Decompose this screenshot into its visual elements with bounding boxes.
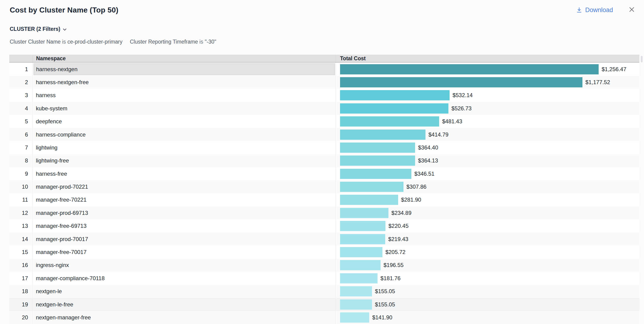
cost-cell[interactable]: $141.90 xyxy=(336,311,639,324)
cost-bar xyxy=(340,286,372,296)
table-row[interactable]: 7lightwing$364.40 xyxy=(9,141,639,154)
cost-cell[interactable]: $234.89 xyxy=(336,207,639,220)
table-row[interactable]: 20nextgen-manager-free$141.90 xyxy=(9,311,639,324)
cost-value: $532.14 xyxy=(452,92,473,98)
namespace-cell[interactable]: manager-free-70221 xyxy=(33,193,336,206)
cost-cell[interactable]: $364.13 xyxy=(336,154,639,167)
cost-cell[interactable]: $1,256.47 xyxy=(336,63,639,76)
cost-cell[interactable]: $414.79 xyxy=(336,128,639,141)
cost-value: $364.13 xyxy=(418,157,438,164)
namespace-cell[interactable]: manager-prod-70017 xyxy=(33,232,336,245)
table-row[interactable]: 6harness-compliance$414.79 xyxy=(9,128,639,141)
cost-value: $219.43 xyxy=(388,236,408,242)
cost-cell[interactable]: $219.43 xyxy=(336,232,639,245)
table-row[interactable]: 2harness-nextgen-free$1,177.52 xyxy=(9,76,639,89)
vertical-scrollbar[interactable] xyxy=(639,55,644,324)
cost-cell[interactable]: $181.76 xyxy=(336,272,639,285)
table-row[interactable]: 5deepfence$481.43 xyxy=(9,115,639,128)
cost-cell[interactable]: $364.40 xyxy=(336,141,639,154)
namespace-cell[interactable]: kube-system xyxy=(33,102,336,115)
namespace-cell[interactable]: harness-compliance xyxy=(33,128,336,141)
cost-cell[interactable]: $346.51 xyxy=(336,167,639,180)
cost-cell[interactable]: $155.05 xyxy=(336,298,639,311)
scrollbar-thumb[interactable] xyxy=(641,56,642,62)
namespace-cell[interactable]: ingress-nginx xyxy=(33,259,336,272)
cost-bar xyxy=(340,142,415,153)
namespace-text: manager-free-69713 xyxy=(33,223,86,229)
cost-cell[interactable]: $196.55 xyxy=(336,259,639,272)
row-number: 3 xyxy=(9,89,33,102)
cost-cell[interactable]: $205.72 xyxy=(336,246,639,259)
cost-bar xyxy=(340,116,439,126)
table-row[interactable]: 12manager-prod-69713$234.89 xyxy=(9,207,639,220)
namespace-cell[interactable]: harness xyxy=(33,89,336,102)
namespace-cell[interactable]: harness-free xyxy=(33,167,336,180)
close-button[interactable] xyxy=(628,6,636,14)
cost-value: $155.05 xyxy=(375,301,395,308)
table-row[interactable]: 17manager-compliance-70118$181.76 xyxy=(9,272,639,285)
cost-bar xyxy=(340,221,386,231)
cost-bar xyxy=(340,195,398,205)
table-row[interactable]: 8lightwing-free$364.13 xyxy=(9,154,639,167)
filter-item[interactable]: Cluster Reporting Timeframe is "-30" xyxy=(130,39,216,45)
cost-bar xyxy=(340,299,372,310)
row-number: 13 xyxy=(9,220,33,232)
namespace-cell[interactable]: harness-nextgen xyxy=(33,63,336,76)
table-row[interactable]: 14manager-prod-70017$219.43 xyxy=(9,232,639,245)
table-row[interactable]: 10manager-prod-70221$307.86 xyxy=(9,180,639,193)
row-number: 19 xyxy=(9,298,33,311)
download-label: Download xyxy=(585,7,613,14)
namespace-cell[interactable]: manager-prod-69713 xyxy=(33,207,336,220)
cost-cell[interactable]: $281.90 xyxy=(336,193,639,206)
table-row[interactable]: 18nextgen-le$155.05 xyxy=(9,285,639,298)
cost-cell[interactable]: $532.14 xyxy=(336,89,639,102)
cost-bar xyxy=(340,273,378,283)
namespace-cell[interactable]: harness-nextgen-free xyxy=(33,76,336,89)
namespace-cell[interactable]: lightwing xyxy=(33,141,336,154)
row-number: 12 xyxy=(9,207,33,220)
row-number: 16 xyxy=(9,259,33,272)
table-row[interactable]: 19nextgen-le-free$155.05 xyxy=(9,298,639,311)
cost-cell[interactable]: $481.43 xyxy=(336,115,639,128)
table-row[interactable]: 16ingress-nginx$196.55 xyxy=(9,259,639,272)
cost-bar xyxy=(340,234,385,244)
row-number: 5 xyxy=(9,115,33,128)
table-row[interactable]: 15manager-free-70017$205.72 xyxy=(9,246,639,259)
namespace-cell[interactable]: manager-prod-70221 xyxy=(33,180,336,193)
table-row[interactable]: 4kube-system$526.73 xyxy=(9,102,639,115)
namespace-cell[interactable]: manager-free-70017 xyxy=(33,246,336,259)
cost-cell[interactable]: $220.45 xyxy=(336,220,639,232)
cost-value: $281.90 xyxy=(401,197,421,203)
column-header-namespace[interactable]: Namespace xyxy=(33,55,336,62)
cost-bar xyxy=(340,182,404,192)
column-header-total-cost[interactable]: Total Cost xyxy=(336,55,639,62)
table-row[interactable]: 11manager-free-70221$281.90 xyxy=(9,193,639,206)
namespace-cell[interactable]: nextgen-le xyxy=(33,285,336,298)
cost-cell[interactable]: $155.05 xyxy=(336,285,639,298)
table-row[interactable]: 3harness$532.14 xyxy=(9,89,639,102)
row-number: 18 xyxy=(9,285,33,298)
namespace-text: ingress-nginx xyxy=(33,262,69,268)
cost-bar xyxy=(340,208,388,218)
filters-toggle[interactable]: CLUSTER (2 Filters) xyxy=(10,26,67,32)
table-row[interactable]: 9harness-free$346.51 xyxy=(9,167,639,180)
cost-cell[interactable]: $307.86 xyxy=(336,180,639,193)
namespace-cell[interactable]: manager-compliance-70118 xyxy=(33,272,336,285)
filter-item[interactable]: Cluster Cluster Name is ce-prod-cluster-… xyxy=(10,39,122,45)
table-row[interactable]: 1harness-nextgen$1,256.47 xyxy=(9,63,639,76)
row-number: 15 xyxy=(9,246,33,259)
cost-value: $234.89 xyxy=(392,210,412,216)
chevron-down-icon xyxy=(63,26,67,32)
table-row[interactable]: 13manager-free-69713$220.45 xyxy=(9,220,639,232)
download-button[interactable]: Download xyxy=(576,7,613,14)
namespace-cell[interactable]: nextgen-le-free xyxy=(33,298,336,311)
namespace-cell[interactable]: deepfence xyxy=(33,115,336,128)
namespace-cell[interactable]: manager-free-69713 xyxy=(33,220,336,232)
namespace-cell[interactable]: nextgen-manager-free xyxy=(33,311,336,324)
namespace-cell[interactable]: lightwing-free xyxy=(33,154,336,167)
row-number: 20 xyxy=(9,311,33,324)
row-number: 8 xyxy=(9,154,33,167)
cost-cell[interactable]: $1,177.52 xyxy=(336,76,639,89)
namespace-text: nextgen-le xyxy=(33,288,62,294)
cost-cell[interactable]: $526.73 xyxy=(336,102,639,115)
